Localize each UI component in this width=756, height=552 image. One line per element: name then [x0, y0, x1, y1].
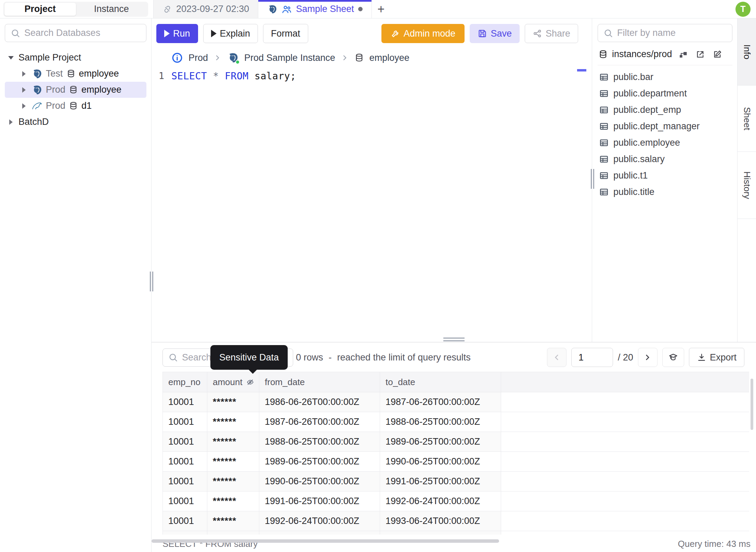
sql-editor[interactable]: 1 SELECT * FROM salary; — [152, 68, 592, 342]
edit-icon[interactable] — [713, 50, 722, 59]
column-header[interactable]: emp_no — [162, 372, 207, 392]
cell-amount-masked[interactable]: ****** — [207, 511, 259, 531]
sheet-tab-unsaved[interactable]: 2023-09-27 02:30 — [153, 0, 258, 18]
breadcrumb-environment[interactable]: Prod — [188, 53, 208, 63]
cell-to-date[interactable]: 1991-06-25T00:00:00Z — [380, 472, 501, 491]
table-list-item[interactable]: public.dept_manager — [598, 118, 732, 134]
cell-from-date[interactable]: 1986-06-26T00:00:00Z — [259, 392, 380, 412]
cell-emp-no[interactable]: 10001 — [162, 452, 207, 472]
tree-item-test-employee[interactable]: Test employee — [5, 66, 146, 82]
table-list-item[interactable]: public.bar — [598, 69, 732, 85]
format-button[interactable]: Format — [263, 24, 308, 43]
table-row[interactable]: 10001 ****** 1991-06-25T00:00:00Z 1992-0… — [162, 491, 749, 511]
save-label: Save — [491, 28, 512, 39]
table-list: public.bar public.department — [598, 65, 732, 200]
rail-tab-sheet[interactable]: Sheet — [738, 86, 756, 152]
table-row[interactable]: 10001 ****** 1990-06-25T00:00:00Z 1991-0… — [162, 472, 749, 491]
table-row[interactable]: 10001 ****** 1989-06-25T00:00:00Z 1990-0… — [162, 452, 749, 472]
table-row[interactable]: 10001 ****** 1988-06-25T00:00:00Z 1989-0… — [162, 432, 749, 452]
table-list-item[interactable]: public.title — [598, 184, 732, 200]
cell-amount-masked[interactable]: ****** — [207, 412, 259, 432]
cell-to-date[interactable]: 1992-06-24T00:00:00Z — [380, 491, 501, 511]
cell-amount-masked[interactable]: ****** — [207, 392, 259, 412]
pagination: / 20 — [547, 348, 744, 367]
cell-emp-no[interactable]: 10001 — [162, 472, 207, 491]
tree-item-sample-project[interactable]: Sample Project — [5, 50, 146, 66]
breadcrumb-instance[interactable]: Prod Sample Instance — [244, 53, 335, 63]
tab-instance[interactable]: Instance — [76, 3, 147, 16]
table-row[interactable]: 10001 ****** 1987-06-26T00:00:00Z 1988-0… — [162, 412, 749, 432]
run-button[interactable]: Run — [156, 24, 198, 43]
cell-from-date[interactable]: 1990-06-25T00:00:00Z — [259, 472, 380, 491]
schema-panel-resize-handle[interactable] — [591, 169, 594, 189]
cell-amount-masked[interactable]: ****** — [207, 432, 259, 452]
export-button[interactable]: Export — [689, 348, 744, 367]
cell-from-date[interactable]: 1989-06-25T00:00:00Z — [259, 452, 380, 472]
cell-to-date[interactable]: 1993-06-24T00:00:00Z — [380, 511, 501, 531]
cell-to-date[interactable]: 1988-06-25T00:00:00Z — [380, 412, 501, 432]
breadcrumb-database[interactable]: employee — [369, 53, 409, 63]
schema-title: instances/prod — [612, 49, 672, 60]
cell-emp-no[interactable]: 10001 — [162, 491, 207, 511]
next-page-button[interactable] — [638, 348, 657, 367]
tree-item-batchd[interactable]: BatchD — [5, 114, 146, 130]
filter-by-name-input[interactable] — [617, 28, 727, 38]
vertical-scrollbar[interactable] — [751, 379, 753, 430]
new-tab-button[interactable]: + — [372, 0, 390, 18]
caret-right-icon[interactable] — [9, 119, 13, 125]
caret-right-icon[interactable] — [22, 87, 26, 93]
cell-emp-no[interactable]: 10001 — [162, 392, 207, 412]
info-icon[interactable] — [171, 52, 183, 64]
horizontal-scrollbar[interactable] — [152, 539, 499, 543]
table-list-item[interactable]: public.employee — [598, 134, 732, 151]
cell-filler — [501, 491, 749, 511]
sheet-tab-active[interactable]: Sample Sheet — [258, 0, 372, 18]
table-row[interactable]: 10001 ****** 1986-06-26T00:00:00Z 1987-0… — [162, 392, 749, 412]
results-resize-handle[interactable] — [443, 338, 465, 341]
admin-mode-button[interactable]: Admin mode — [381, 24, 465, 43]
cell-to-date[interactable]: 1990-06-25T00:00:00Z — [380, 452, 501, 472]
column-header[interactable]: from_date — [259, 372, 380, 392]
cell-amount-masked[interactable]: ****** — [207, 452, 259, 472]
tab-project[interactable]: Project — [4, 3, 76, 16]
rail-tab-history[interactable]: History — [738, 152, 756, 219]
table-list-item[interactable]: public.dept_emp — [598, 102, 732, 118]
cell-to-date[interactable]: 1989-06-25T00:00:00Z — [380, 432, 501, 452]
share-button[interactable]: Share — [525, 24, 578, 43]
tree-item-prod-d1[interactable]: Prod d1 — [5, 98, 146, 114]
table-list-item[interactable]: public.t1 — [598, 167, 732, 184]
postgres-icon — [267, 4, 277, 14]
cell-emp-no[interactable]: 10001 — [162, 412, 207, 432]
table-list-item[interactable]: public.department — [598, 85, 732, 102]
explain-button[interactable]: Explain — [203, 24, 258, 43]
column-header[interactable]: amount — [207, 372, 259, 392]
column-header[interactable]: to_date — [380, 372, 501, 392]
prev-page-button[interactable] — [547, 348, 566, 367]
cell-from-date[interactable]: 1988-06-25T00:00:00Z — [259, 432, 380, 452]
caret-right-icon[interactable] — [22, 103, 26, 109]
cell-emp-no[interactable]: 10001 — [162, 511, 207, 531]
search-databases-input[interactable] — [24, 28, 141, 38]
cell-emp-no[interactable]: 10001 — [162, 432, 207, 452]
rail-tab-info[interactable]: Info — [738, 18, 756, 86]
cell-amount-masked[interactable]: ****** — [207, 472, 259, 491]
caret-down-icon[interactable] — [8, 56, 14, 60]
tree-item-prod-employee[interactable]: Prod employee — [5, 82, 146, 98]
cell-from-date[interactable]: 1991-06-25T00:00:00Z — [259, 491, 380, 511]
schema-diagram-icon[interactable] — [678, 50, 688, 59]
save-button[interactable]: Save — [470, 24, 520, 43]
avatar[interactable]: T — [735, 2, 751, 17]
result-view-button[interactable] — [662, 348, 684, 367]
table-name: public.department — [613, 88, 687, 99]
editor-toolbar: Run Explain Format — [152, 18, 592, 48]
cell-amount-masked[interactable]: ****** — [207, 491, 259, 511]
caret-right-icon[interactable] — [22, 71, 26, 77]
cell-to-date[interactable]: 1987-06-26T00:00:00Z — [380, 392, 501, 412]
external-link-icon[interactable] — [695, 50, 705, 59]
table-list-item[interactable]: public.salary — [598, 151, 732, 167]
cell-from-date[interactable]: 1992-06-24T00:00:00Z — [259, 511, 380, 531]
schema-panel: instances/prod — [592, 18, 737, 342]
table-row[interactable]: 10001 ****** 1992-06-24T00:00:00Z 1993-0… — [162, 511, 749, 531]
page-number-input[interactable] — [571, 348, 613, 367]
cell-from-date[interactable]: 1987-06-26T00:00:00Z — [259, 412, 380, 432]
